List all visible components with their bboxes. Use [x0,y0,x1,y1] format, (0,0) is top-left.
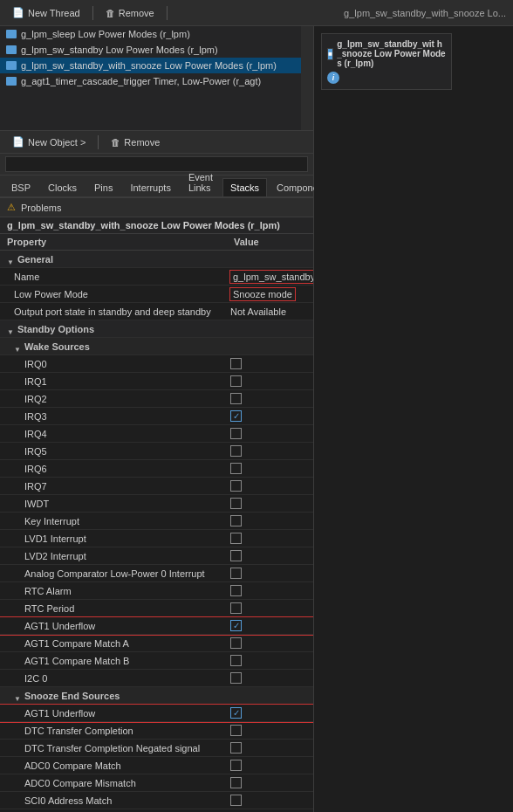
component-list-item[interactable]: g_agt1_timer_cascade_trigger Timer, Low-… [0,73,313,89]
list-scrollbar[interactable] [301,26,313,130]
tab-clocks[interactable]: Clocks [40,178,85,196]
subgroup-collapse-icon [14,343,21,350]
component-box-icon: ■ [327,48,333,60]
property-row: IRQ6 [0,460,313,478]
prop-value [227,583,313,598]
prop-value [227,531,313,546]
subgroup-header[interactable]: Snooze End Sources [0,687,313,705]
prop-checkbox[interactable] [230,637,242,649]
prop-checkbox[interactable] [230,602,242,614]
list-item-label: g_lpm_sw_standby Low Power Modes (r_lpm) [21,45,218,55]
list-item-label: g_agt1_timer_cascade_trigger Timer, Low-… [21,76,261,86]
prop-checkbox[interactable] [230,568,242,579]
problems-icon: ⚠ [7,202,16,213]
separator-1 [92,6,93,20]
prop-value-highlighted[interactable]: Snooze mode [230,288,295,300]
prop-checkbox[interactable] [230,393,242,404]
prop-name: AGT1 Compare Match B [0,654,227,668]
prop-value [227,723,313,738]
new-object-button[interactable]: 📄 New Object > [7,134,91,149]
prop-value: Snooze mode [227,286,313,302]
prop-checkbox[interactable] [230,550,242,561]
prop-checkbox[interactable] [230,428,242,439]
prop-checkbox[interactable] [230,777,242,788]
property-row: IRQ2 [0,390,313,408]
new-object-icon: 📄 [12,136,24,148]
tab-event-links[interactable]: Event Links [181,168,221,196]
page-title-bar: g_lpm_sw_standby_with_snooze Low Power M… [0,217,313,234]
remove-label: Remove [119,8,154,18]
group-header[interactable]: Standby Options [0,320,313,338]
component-list: g_lpm_sleep Low Power Modes (r_lpm)g_lpm… [0,26,313,131]
component-list-item[interactable]: g_lpm_sw_standby_with_snooze Low Power M… [0,58,313,73]
prop-checkbox[interactable] [230,533,242,544]
prop-checkbox[interactable] [230,655,242,666]
prop-name: LVD2 Interrupt [0,549,227,563]
prop-value [227,513,313,528]
prop-checkbox[interactable] [230,725,242,736]
list-item-label: g_lpm_sleep Low Power Modes (r_lpm) [21,29,190,39]
prop-checkbox[interactable] [230,515,242,526]
prop-value [227,548,313,563]
prop-value [227,566,313,581]
object-remove-button[interactable]: 🗑 Remove [106,135,165,149]
property-row: Name g_lpm_sw_standby_with_snooze [0,268,313,286]
prop-checkbox[interactable] [230,672,242,684]
new-thread-button[interactable]: 📄 New Thread [7,5,86,20]
tab-bsp[interactable]: BSP [3,178,38,196]
remove-button[interactable]: 🗑 Remove [100,6,160,20]
property-row: AGT1 Compare Match B [0,652,313,670]
tab-stacks[interactable]: Stacks [222,178,267,196]
prop-checkbox[interactable] [230,620,242,631]
prop-checkbox[interactable] [230,707,242,719]
prop-value [227,444,313,458]
prop-value-highlighted[interactable]: g_lpm_sw_standby_with_snooze [230,271,313,283]
prop-value-text: Not Available [230,306,286,317]
subgroup-name: Snooze End Sources [0,689,227,703]
prop-name: AGT1 Underflow [0,706,227,720]
property-row: SCI0 Address Match [0,792,313,809]
property-row: IRQ4 [0,425,313,443]
prop-checkbox[interactable] [230,463,242,474]
prop-value [227,671,313,685]
prop-name: IRQ2 [0,392,227,406]
property-row: Analog Comparator Low-Power 0 Interrupt [0,565,313,582]
property-row: RTC Period [0,600,313,617]
new-thread-icon: 📄 [12,7,24,18]
prop-name: LVD1 Interrupt [0,532,227,546]
prop-name: Key Interrupt [0,514,227,528]
prop-checkbox[interactable] [230,445,242,457]
property-row: I2C 0 [0,670,313,687]
tab-interrupts[interactable]: Interrupts [122,178,178,196]
object-remove-label: Remove [124,137,160,148]
prop-name: IRQ6 [0,462,227,476]
property-row: DTC Transfer Completion [0,722,313,740]
property-row: AGT1 Underflow [0,705,313,722]
component-info-row: i [327,72,446,84]
property-row: ADC0 Compare Match [0,757,313,774]
component-list-item[interactable]: g_lpm_sleep Low Power Modes (r_lpm) [0,26,313,42]
prop-checkbox[interactable] [230,375,242,387]
prop-value [227,426,313,441]
prop-checkbox[interactable] [230,585,242,596]
info-icon[interactable]: i [327,72,339,84]
prop-value [227,758,313,773]
prop-checkbox[interactable] [230,358,242,369]
prop-name: I2C 0 [0,671,227,685]
prop-name: AGT1 Underflow [0,619,227,633]
prop-checkbox[interactable] [230,742,242,754]
group-header[interactable]: General [0,251,313,268]
prop-value [227,496,313,511]
tab-pins[interactable]: Pins [86,178,120,196]
prop-checkbox[interactable] [230,498,242,509]
filter-input[interactable] [5,156,308,172]
prop-checkbox[interactable] [230,480,242,492]
prop-checkbox[interactable] [230,760,242,771]
subgroup-header[interactable]: Wake Sources [0,338,313,355]
list-item-icon [5,28,17,40]
header-property: Property [7,237,234,247]
prop-checkbox[interactable] [230,795,242,806]
component-list-item[interactable]: g_lpm_sw_standby Low Power Modes (r_lpm) [0,42,313,58]
collapse-icon [7,256,14,263]
prop-checkbox[interactable] [230,410,242,422]
